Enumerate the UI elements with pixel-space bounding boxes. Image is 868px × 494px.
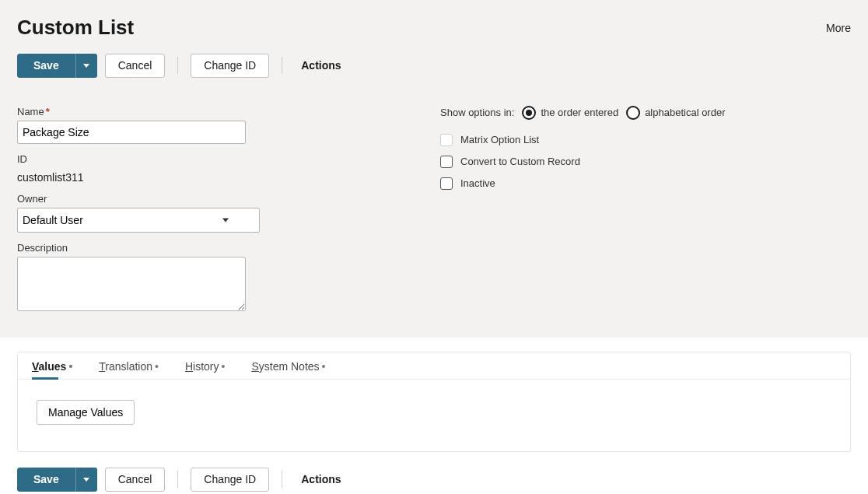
tabs-bar: Values• Translation• History• System Not… [18,352,850,380]
save-button[interactable]: Save [17,468,75,492]
convert-custom-record-checkbox[interactable]: Convert to Custom Record [440,156,726,168]
id-value: customlist311 [17,171,246,184]
caret-down-icon [83,478,89,482]
save-button[interactable]: Save [17,54,75,78]
description-textarea[interactable] [17,257,246,311]
name-input[interactable] [17,121,246,144]
save-split-button-bottom: Save [17,468,97,492]
actions-menu[interactable]: Actions [301,473,341,485]
save-split-button: Save [17,54,97,78]
bottom-toolbar: Save Cancel Change ID Actions [0,452,868,494]
checkbox-icon [440,156,453,168]
divider [282,471,282,488]
radio-icon [522,106,536,120]
tabs-container: Values• Translation• History• System Not… [17,352,851,452]
owner-label: Owner [17,193,246,205]
cancel-button[interactable]: Cancel [105,54,166,78]
inactive-checkbox[interactable]: Inactive [440,177,726,190]
top-toolbar: Save Cancel Change ID Actions [17,54,851,78]
id-label: ID [17,153,246,165]
radio-label: alphabetical order [645,107,725,118]
radio-order-entered[interactable]: the order entered [522,106,618,120]
name-label: Name* [17,106,246,117]
divider [177,57,178,74]
checkbox-icon [440,177,453,190]
tab-system-notes[interactable]: System Notes• [251,360,325,379]
tab-history[interactable]: History• [185,360,225,379]
tab-values[interactable]: Values• [32,360,72,379]
description-label: Description [17,242,246,254]
show-options-label: Show options in: [440,107,514,118]
form-area: Name* ID customlist311 Owner Description… [0,87,868,338]
form-right-column: Show options in: the order entered alpha… [440,106,726,311]
divider [282,57,282,74]
radio-label: the order entered [541,107,618,118]
change-id-button[interactable]: Change ID [191,54,269,78]
radio-icon [626,106,640,120]
form-left-column: Name* ID customlist311 Owner Description [17,106,246,311]
divider [177,471,178,488]
more-link[interactable]: More [826,22,851,34]
cancel-button[interactable]: Cancel [105,468,166,492]
save-dropdown-button[interactable] [75,468,97,492]
caret-down-icon [83,64,89,68]
tab-translation[interactable]: Translation• [99,360,159,379]
owner-select[interactable] [17,208,260,233]
manage-values-button[interactable]: Manage Values [37,400,135,425]
actions-menu[interactable]: Actions [301,59,341,72]
radio-alphabetical[interactable]: alphabetical order [626,106,725,120]
matrix-option-checkbox[interactable]: Matrix Option List [440,134,726,146]
checkbox-label: Inactive [460,177,495,189]
change-id-button[interactable]: Change ID [191,468,269,492]
checkbox-label: Convert to Custom Record [460,156,580,167]
checkbox-label: Matrix Option List [460,134,539,145]
checkbox-icon [440,134,453,146]
save-dropdown-button[interactable] [75,54,97,78]
page-title: Custom List [17,16,134,40]
